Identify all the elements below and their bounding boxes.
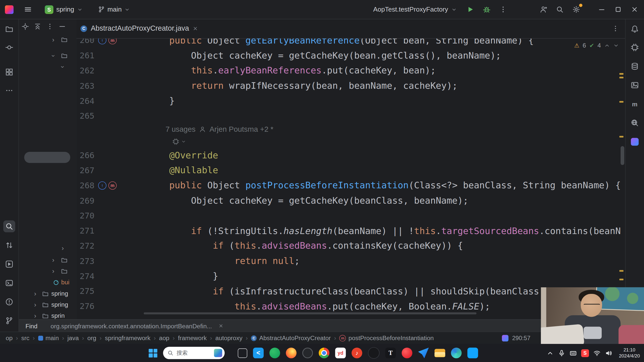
breadcrumb-main[interactable]: main: [38, 335, 59, 342]
debug-button[interactable]: [481, 4, 492, 15]
tree-expand-icon[interactable]: ›: [59, 66, 67, 68]
taskbar-clock[interactable]: 21:10 2024/4/20: [619, 347, 640, 359]
touch-keyboard-icon[interactable]: [570, 349, 577, 356]
volume-icon[interactable]: [605, 349, 612, 356]
branch-widget[interactable]: main: [96, 4, 132, 15]
pull-requests-tool-icon[interactable]: [3, 239, 15, 251]
code-line-266[interactable]: 266 @Override: [76, 148, 619, 163]
taskbar-typora-icon[interactable]: T: [385, 348, 396, 358]
ai-inlay-widget[interactable]: [76, 135, 619, 148]
ai-chat-tool-icon[interactable]: [629, 136, 641, 148]
next-problem-icon[interactable]: [613, 42, 619, 48]
code-line-264[interactable]: 264 }: [76, 93, 619, 108]
tree-item[interactable]: ›: [18, 255, 76, 265]
implements-marker-icon[interactable]: m: [108, 181, 117, 190]
search-everywhere-button[interactable]: [554, 4, 565, 15]
maximize-button[interactable]: [613, 4, 623, 15]
tree-item-bui[interactable]: bui: [18, 278, 76, 288]
tree-expand-icon[interactable]: ›: [52, 267, 54, 276]
microphone-icon[interactable]: [558, 349, 565, 356]
taskbar-youdao-icon[interactable]: yd: [335, 348, 346, 358]
vertical-scrollbar[interactable]: [621, 146, 624, 165]
code-line-262[interactable]: 262 this.earlyBeanReferences.put(cacheKe…: [76, 63, 619, 78]
close-find-icon[interactable]: [218, 324, 223, 329]
tab-abstract-auto-proxy-creator[interactable]: C AbstractAutoProxyCreator.java: [76, 19, 203, 38]
close-button[interactable]: [629, 4, 640, 15]
breadcrumb-java[interactable]: java: [67, 335, 79, 342]
breadcrumb-AbstractAutoProxyCreator[interactable]: CAbstractAutoProxyCreator: [251, 335, 331, 342]
taskbar-lark-icon[interactable]: [418, 348, 429, 358]
run-button[interactable]: [465, 4, 475, 15]
tree-item[interactable]: ›: [18, 62, 76, 72]
tree-item[interactable]: ›: [18, 266, 76, 277]
breadcrumb-springframework[interactable]: springframework: [105, 335, 150, 342]
taskbar-task-view-icon[interactable]: [238, 348, 247, 358]
inspections-widget[interactable]: ⚠ 6 ✔ 4: [574, 42, 619, 49]
code-line-272[interactable]: 272 if (this.advisedBeans.containsKey(ca…: [76, 238, 619, 253]
tree-item[interactable]: ›: [18, 34, 76, 45]
taskbar-baidu-netdisk-icon[interactable]: [467, 348, 478, 358]
code-with-me-button[interactable]: [538, 4, 549, 15]
taskbar-utools-icon[interactable]: [302, 348, 313, 358]
main-menu-icon[interactable]: [24, 6, 31, 13]
code-line-270[interactable]: 270: [76, 208, 619, 223]
tree-expand-icon[interactable]: ›: [34, 312, 36, 319]
ai-assistant-icon[interactable]: [629, 41, 641, 53]
overrides-marker-icon[interactable]: ↑: [98, 181, 106, 190]
tree-expand-icon[interactable]: ›: [52, 36, 54, 44]
breadcrumb-org[interactable]: org: [87, 335, 96, 342]
breadcrumb-autoproxy[interactable]: autoproxy: [215, 335, 243, 342]
commit-tool-icon[interactable]: [3, 41, 15, 53]
structure-tool-icon[interactable]: [3, 66, 15, 78]
more-actions-button[interactable]: [498, 4, 508, 15]
code-line-267[interactable]: 267 @Nullable: [76, 163, 619, 178]
notifications-icon[interactable]: [629, 23, 641, 35]
web-search-tool-icon[interactable]: [629, 117, 641, 129]
find-query[interactable]: org.springframework.context.annotation.I…: [51, 322, 212, 329]
code-vision-hint[interactable]: 7 usagesArjen Poutsma +2 *: [76, 123, 619, 135]
run-configuration-widget[interactable]: AopTest.testProxyFactory: [371, 4, 459, 15]
code-line-276[interactable]: 276 this.advisedBeans.put(cacheKey, Bool…: [76, 299, 619, 314]
code-line-268[interactable]: 268↑m public Object postProcessBeforeIns…: [76, 178, 619, 193]
code-line-271[interactable]: 271 if (!StringUtils.hasLength(beanName)…: [76, 223, 619, 238]
problems-tool-icon[interactable]: [3, 296, 15, 308]
taskbar-file-explorer-icon[interactable]: [434, 349, 445, 357]
tree-item[interactable]: ›: [18, 243, 76, 254]
previous-problem-icon[interactable]: [604, 42, 610, 48]
chevron-down-icon[interactable]: [181, 139, 186, 144]
windows-start-button[interactable]: [149, 349, 157, 357]
breadcrumb-op[interactable]: op: [6, 335, 13, 342]
code-line-263[interactable]: 263 return wrapIfNecessary(bean, beanNam…: [76, 78, 619, 93]
taskbar-netease-music-icon[interactable]: ♪: [352, 348, 362, 358]
services-tool-icon[interactable]: [3, 258, 15, 270]
taskbar-edge-icon[interactable]: [451, 348, 462, 358]
more-tools-icon[interactable]: [3, 84, 15, 96]
wifi-icon[interactable]: [593, 349, 600, 356]
overrides-marker-icon[interactable]: ↑: [98, 38, 106, 44]
tree-item-spring[interactable]: ›spring: [18, 300, 76, 310]
database-tool-icon[interactable]: [629, 60, 641, 72]
code-line-261[interactable]: 261 Object cacheKey = getCacheKey(bean.g…: [76, 48, 619, 63]
sogou-input-badge[interactable]: S: [581, 349, 589, 357]
usages-hint[interactable]: 7 usages: [166, 125, 195, 134]
taskbar-search-box[interactable]: 搜索: [163, 347, 225, 359]
code-editor[interactable]: 260↑m public Object getEarlyBeanReferenc…: [76, 38, 626, 319]
taskbar-vscode-icon[interactable]: <: [253, 348, 264, 358]
terminal-tool-icon[interactable]: [3, 277, 15, 289]
caret-position[interactable]: 290:57: [512, 335, 530, 341]
tree-selected-row[interactable]: [24, 152, 70, 163]
tree-item[interactable]: ›: [18, 51, 76, 61]
tree-expand-icon[interactable]: ›: [34, 290, 36, 298]
find-tool-icon[interactable]: [3, 220, 15, 232]
diagrams-tool-icon[interactable]: [629, 79, 641, 91]
inlay-chip-icon[interactable]: [173, 138, 179, 145]
taskbar-obsidian-icon[interactable]: [368, 347, 380, 359]
taskbar-chrome-icon[interactable]: [319, 348, 329, 358]
settings-button[interactable]: [571, 4, 581, 15]
code-line-269[interactable]: 269 Object cacheKey = getCacheKey(beanCl…: [76, 193, 619, 208]
breadcrumb-src[interactable]: src: [21, 335, 29, 342]
version-control-tool-icon[interactable]: [3, 315, 15, 327]
ai-assistant-status-icon[interactable]: [502, 335, 508, 341]
code-line-274[interactable]: 274 }: [76, 268, 619, 284]
tree-expand-icon[interactable]: ›: [52, 256, 54, 264]
